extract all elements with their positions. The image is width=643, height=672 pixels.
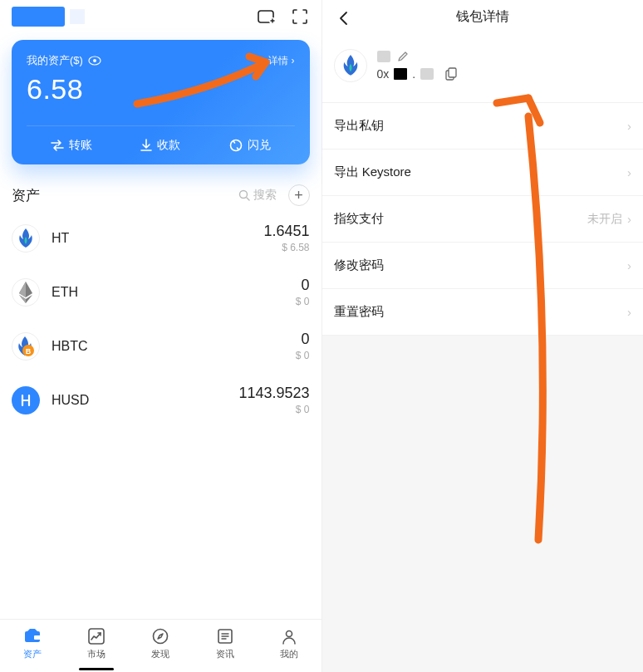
- wallet-chain-icon: [334, 49, 367, 82]
- menu-export-keystore[interactable]: 导出 Keystore ›: [322, 150, 644, 196]
- svg-point-3: [93, 59, 96, 62]
- asset-row-husd[interactable]: HUSD 1143.9523 $ 0: [0, 373, 322, 427]
- asset-row-ht[interactable]: HT 1.6451 $ 6.58: [0, 211, 322, 265]
- balance-value: 6.58: [27, 73, 295, 105]
- page-title: 钱包详情: [456, 8, 509, 26]
- asset-amount: 1.6451: [263, 223, 309, 240]
- assets-section-title: 资产: [12, 186, 40, 205]
- menu-reset-password[interactable]: 重置密码 ›: [322, 289, 644, 336]
- svg-point-4: [230, 140, 241, 151]
- assets-card: 我的资产($) 详情 › 6.58 转账 收款: [12, 40, 310, 164]
- asset-amount: 0: [296, 277, 310, 294]
- asset-name: HBTC: [52, 339, 88, 354]
- addr-redacted: [420, 68, 434, 80]
- menu-fingerprint-pay[interactable]: 指纹支付 未开启›: [322, 196, 644, 243]
- asset-row-eth[interactable]: ETH 0 $ 0: [0, 265, 322, 319]
- asset-value: $ 0: [296, 350, 310, 361]
- tab-assets[interactable]: 资产: [0, 620, 64, 672]
- transfer-button[interactable]: 转账: [27, 126, 116, 164]
- chevron-right-icon: ›: [627, 165, 631, 179]
- details-link[interactable]: 详情 ›: [268, 54, 295, 68]
- account-decor: [70, 9, 85, 24]
- asset-amount: 0: [296, 331, 310, 348]
- tab-mine[interactable]: 我的: [257, 620, 321, 672]
- eye-icon[interactable]: [88, 56, 101, 66]
- add-asset-button[interactable]: +: [288, 184, 310, 206]
- asset-value: $ 0: [296, 296, 310, 307]
- wallet-name-redacted: [377, 51, 390, 62]
- svg-rect-16: [449, 68, 456, 77]
- svg-rect-11: [89, 629, 104, 644]
- scan-icon[interactable]: [290, 7, 310, 27]
- wallet-address: 0x .: [377, 67, 458, 81]
- svg-text:B: B: [26, 347, 32, 356]
- menu-change-password[interactable]: 修改密码 ›: [322, 243, 644, 289]
- receive-button[interactable]: 收款: [116, 126, 206, 164]
- back-button[interactable]: [334, 8, 354, 28]
- hbtc-icon: B: [12, 332, 40, 361]
- asset-name: HUSD: [52, 393, 89, 408]
- husd-icon: [12, 386, 40, 414]
- tab-news[interactable]: 资讯: [193, 620, 257, 672]
- asset-row-hbtc[interactable]: B HBTC 0 $ 0: [0, 319, 322, 373]
- chevron-right-icon: ›: [627, 305, 631, 319]
- svg-point-12: [154, 630, 168, 644]
- wallet-add-icon[interactable]: [257, 7, 277, 27]
- bottom-tabs: 资产 市场 发现 资讯 我的: [0, 619, 322, 672]
- search-input[interactable]: 搜索: [238, 188, 277, 203]
- asset-name: HT: [52, 231, 69, 246]
- asset-value: $ 6.58: [263, 242, 309, 253]
- asset-value: $ 0: [238, 404, 309, 415]
- svg-rect-10: [34, 635, 41, 640]
- chevron-right-icon: ›: [627, 119, 631, 133]
- menu-export-private-key[interactable]: 导出私钥 ›: [322, 103, 644, 150]
- copy-icon[interactable]: [445, 67, 457, 81]
- chevron-right-icon: ›: [627, 212, 631, 226]
- swap-button[interactable]: 闪兑: [205, 126, 295, 164]
- svg-point-14: [286, 631, 292, 637]
- chevron-right-icon: ›: [292, 55, 295, 66]
- chevron-right-icon: ›: [627, 258, 631, 272]
- asset-amount: 1143.9523: [238, 385, 309, 402]
- addr-redacted: [394, 68, 407, 80]
- edit-icon[interactable]: [397, 51, 409, 62]
- svg-point-5: [239, 191, 247, 199]
- search-icon: [238, 189, 250, 201]
- tab-discover[interactable]: 发现: [129, 620, 193, 672]
- ht-icon: [12, 224, 40, 253]
- eth-icon: [12, 278, 40, 307]
- assets-label: 我的资产($): [27, 53, 83, 68]
- account-avatar[interactable]: [12, 7, 65, 27]
- tab-market[interactable]: 市场: [64, 620, 128, 672]
- asset-name: ETH: [52, 285, 78, 300]
